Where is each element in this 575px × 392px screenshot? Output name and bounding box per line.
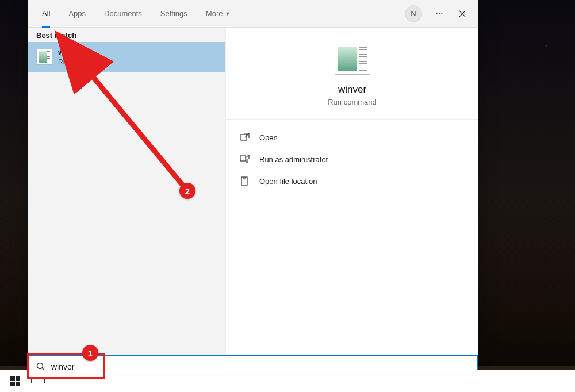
- account-avatar[interactable]: N: [405, 5, 422, 22]
- action-run-admin-label: Run as administrator: [259, 155, 328, 164]
- preview-title: winver: [338, 84, 366, 95]
- results-column: Best match winver Run command: [28, 28, 225, 355]
- taskbar: [0, 370, 575, 392]
- chevron-down-icon: ▼: [225, 11, 230, 17]
- preview-app-icon: [335, 44, 370, 75]
- tab-documents-label: Documents: [104, 9, 142, 18]
- search-tabs-bar: All Apps Documents Settings More ▼ N: [28, 0, 478, 28]
- open-icon: [240, 132, 250, 143]
- start-button[interactable]: [3, 370, 26, 393]
- folder-location-icon: [240, 176, 250, 186]
- svg-point-2: [441, 13, 442, 14]
- shield-run-icon: [240, 154, 250, 164]
- start-search-panel: All Apps Documents Settings More ▼ N Bes…: [28, 0, 478, 355]
- action-open-label: Open: [259, 133, 278, 142]
- action-run-admin[interactable]: Run as administrator: [226, 148, 478, 170]
- preview-subtitle: Run command: [328, 98, 377, 106]
- tab-more-label: More: [206, 9, 223, 18]
- tab-settings-label: Settings: [160, 9, 187, 18]
- action-open-location[interactable]: Open file location: [226, 170, 478, 192]
- windows-logo-icon: [10, 376, 20, 386]
- action-open[interactable]: Open: [226, 126, 478, 148]
- tab-apps-label: Apps: [68, 9, 86, 18]
- result-text-group: winver Run command: [58, 48, 103, 66]
- preview-header: winver Run command: [226, 28, 478, 120]
- svg-rect-4: [240, 156, 246, 161]
- tab-settings[interactable]: Settings: [151, 0, 197, 28]
- more-options-button[interactable]: [428, 2, 451, 25]
- close-button[interactable]: [451, 2, 474, 25]
- svg-point-6: [37, 363, 43, 368]
- tab-all[interactable]: All: [33, 0, 59, 28]
- svg-rect-3: [241, 134, 247, 140]
- app-icon: [36, 49, 52, 65]
- svg-point-0: [436, 13, 438, 14]
- close-icon: [458, 10, 466, 18]
- result-title: winver: [58, 48, 103, 57]
- svg-point-1: [439, 13, 440, 14]
- result-subtitle: Run command: [58, 58, 103, 66]
- preview-actions: Open Run as administrator Open file loca…: [226, 120, 478, 199]
- task-view-button[interactable]: [26, 370, 49, 393]
- tab-more[interactable]: More ▼: [197, 0, 240, 28]
- search-panel-body: Best match winver Run command winver Run…: [28, 28, 478, 355]
- section-best-match-label: Best match: [28, 28, 225, 42]
- ellipsis-icon: [435, 10, 443, 18]
- tab-all-label: All: [42, 9, 50, 18]
- tab-apps[interactable]: Apps: [59, 0, 95, 28]
- task-view-icon: [33, 377, 43, 385]
- action-open-location-label: Open file location: [259, 177, 317, 186]
- account-initial: N: [411, 9, 416, 18]
- preview-column: winver Run command Open Run as administr…: [225, 28, 478, 355]
- result-item-winver[interactable]: winver Run command: [28, 42, 225, 72]
- tab-documents[interactable]: Documents: [95, 0, 151, 28]
